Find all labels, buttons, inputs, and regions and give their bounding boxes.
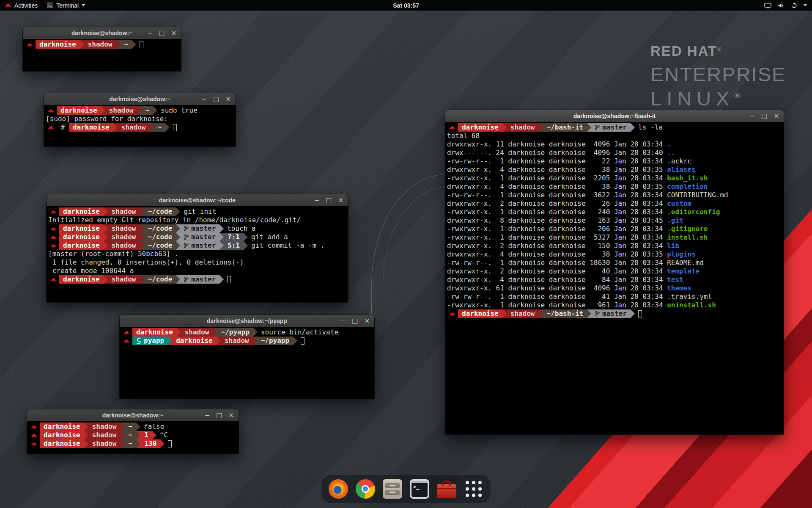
terminal-content[interactable]: darknoiseshadow~ [23, 39, 181, 71]
terminal-line: darknoiseshadow~/codemasterS:1git commit… [48, 241, 346, 250]
minimize-button[interactable]: − [147, 30, 153, 36]
terminal-text: drwxrwxr-x. 8 darknoise darknoise 163 Ja… [447, 216, 667, 225]
powerline-separator [104, 224, 108, 233]
window-titlebar[interactable]: darknoise@shadow:~−□× [23, 27, 181, 39]
window-title: darknoise@shadow:~ [102, 412, 164, 419]
dock-firefox[interactable] [327, 478, 349, 500]
terminal-line: -rw-rw-r--. 1 darknoise darknoise 3622 J… [447, 191, 782, 199]
prompt-segment-branch: master [180, 233, 219, 241]
app-grid-dot [466, 487, 469, 491]
terminal-text: drwxrwxr-x. 2 darknoise darknoise 150 Ja… [447, 242, 667, 250]
dock-terminal[interactable]: >_ [409, 478, 431, 500]
terminal-content[interactable]: darknoiseshadow~falsedarknoiseshadow~1^C… [27, 421, 239, 454]
powerline-separator [84, 439, 88, 448]
prompt-segment-path: ~ [125, 431, 137, 439]
dock-software[interactable] [436, 478, 458, 500]
segment-label: shadow [112, 224, 136, 233]
dock-apps[interactable] [463, 478, 485, 500]
terminal-text: .editorconfig [667, 208, 720, 216]
window-titlebar[interactable]: darknoise@shadow:~−□× [44, 93, 236, 105]
dock-chrome[interactable] [354, 478, 376, 500]
git-branch-icon [595, 124, 600, 130]
terminal-text: lib [667, 242, 679, 250]
window-titlebar[interactable]: darknoise@shadow:~/code−□× [47, 194, 348, 207]
minimize-button[interactable]: − [314, 197, 320, 204]
dock: >_ [321, 475, 491, 503]
segment-label: ~/code [148, 241, 173, 250]
terminal-window: darknoise@shadow:~−□×darknoiseshadow~ [23, 27, 181, 71]
minimize-button[interactable]: − [205, 412, 210, 419]
close-button[interactable]: × [364, 318, 370, 324]
system-menu[interactable] [759, 0, 812, 11]
terminal-content[interactable]: darknoiseshadow~sudo true[sudo] password… [44, 105, 236, 146]
minimize-button[interactable]: − [750, 113, 755, 119]
chevron-down-icon [804, 4, 807, 6]
minimize-button[interactable]: − [202, 96, 207, 102]
powerline-separator [253, 337, 257, 345]
prompt-segment-host: shadow [84, 40, 116, 49]
terminal-line: darknoiseshadow~ [25, 40, 179, 49]
clock[interactable]: Sat 03:57 [393, 2, 419, 9]
prompt-segment-host: shadow [88, 439, 121, 448]
window-title: darknoise@shadow:~/pyapp [207, 318, 287, 324]
window-titlebar[interactable]: darknoise@shadow:~/pyapp−□× [120, 315, 374, 327]
terminal-line: darknoiseshadow~/bash-itmaster [447, 309, 782, 318]
minimize-button[interactable]: − [340, 318, 346, 324]
terminal-content[interactable]: darknoiseshadow~/pyappsource bin/activat… [120, 327, 374, 399]
redhat-prompt-icon [121, 337, 132, 345]
prompt-segment-host: shadow [108, 224, 140, 233]
terminal-icon-glyph: >_ [413, 484, 419, 490]
prompt-segment-branch: master [591, 309, 631, 318]
powerline-separator [176, 207, 180, 216]
prompt-segment-branch: master [591, 123, 631, 132]
window-titlebar[interactable]: darknoise@shadow:~−□× [27, 409, 239, 422]
prompt-segment-path: ~ [121, 40, 132, 49]
app-grid-dot [472, 481, 475, 484]
close-button[interactable]: × [774, 113, 779, 119]
terminal-content[interactable]: darknoiseshadow~/bash-itmasterls -latota… [445, 122, 784, 434]
segment-label: shadow [510, 309, 535, 318]
segment-label: ~/bash-it [547, 123, 584, 132]
maximize-button[interactable]: □ [159, 30, 165, 36]
segment-label: ~ [129, 422, 133, 431]
close-button[interactable]: × [228, 412, 234, 419]
powerline-separator [219, 275, 224, 284]
close-button[interactable]: × [225, 96, 231, 102]
app-menu-button[interactable]: Terminal [42, 0, 90, 11]
close-button[interactable]: × [338, 197, 343, 204]
drawer [385, 483, 400, 488]
dock-files[interactable] [381, 478, 403, 500]
prompt-segment-path: ~/bash-it [543, 309, 587, 318]
prompt-segment-path: ~/code [144, 241, 176, 250]
segment-label: ~ [129, 431, 133, 439]
prompt-segment-user: darknoise [40, 422, 84, 431]
segment-label: ~ [124, 40, 129, 49]
powerline-separator [587, 309, 591, 318]
segment-label: pyapp [144, 337, 164, 345]
segment-label: ~/bash-it [547, 309, 584, 318]
redhat-prompt-icon [48, 224, 59, 233]
activities-button[interactable]: Activities [0, 0, 42, 11]
powerline-separator [140, 241, 144, 250]
segment-label: S:1 [228, 241, 240, 250]
close-button[interactable]: × [171, 30, 176, 36]
window-titlebar[interactable]: darknoise@shadow:~/bash-it−□× [445, 110, 784, 122]
segment-label: ~/code [148, 207, 173, 216]
terminal-content[interactable]: darknoiseshadow~/codegit initInitialized… [47, 206, 348, 302]
redhat-prompt-icon [46, 123, 57, 132]
maximize-button[interactable]: □ [326, 197, 332, 204]
terminal-line: drwxrwxr-x. 4 darknoise darknoise 38 Jan… [447, 182, 782, 191]
window-title: darknoise@shadow:~/code [159, 197, 236, 204]
powerline-separator [176, 275, 180, 284]
terminal-icon-screen: >_ [411, 481, 428, 497]
maximize-button[interactable]: □ [213, 96, 219, 102]
segment-label: ~ [157, 123, 162, 132]
maximize-button[interactable]: □ [216, 412, 222, 419]
terminal-text: total 68 [447, 132, 480, 140]
segment-label: ~/pyapp [261, 337, 289, 345]
volume-icon [778, 3, 785, 8]
terminal-text: # [57, 123, 69, 132]
prompt-segment-path: ~/pyapp [257, 337, 293, 345]
maximize-button[interactable]: □ [352, 318, 358, 324]
maximize-button[interactable]: □ [761, 113, 767, 119]
